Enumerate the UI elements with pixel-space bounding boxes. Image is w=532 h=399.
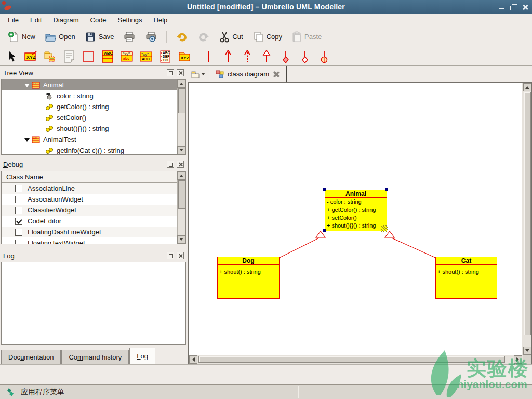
select-tool[interactable] <box>4 49 19 64</box>
close-tab-icon[interactable] <box>273 71 280 77</box>
interface-tool[interactable]: "xy" abc <box>119 49 134 64</box>
float-panel-icon[interactable] <box>167 252 174 259</box>
debug-item-floatingtextwidget[interactable]: FloatingTextWidget <box>2 237 178 244</box>
scroll-up-icon[interactable] <box>177 171 185 180</box>
new-button[interactable]: New <box>4 29 39 45</box>
class-tool[interactable]: ABC <box>100 49 115 64</box>
tree-item-getcolor[interactable]: getColor() : string <box>2 101 178 112</box>
checkbox[interactable] <box>15 207 22 214</box>
composition-tool[interactable] <box>298 49 312 64</box>
close-panel-icon[interactable] <box>177 161 184 168</box>
scrollbar-thumb[interactable] <box>198 356 505 363</box>
note-tool[interactable] <box>62 49 76 64</box>
expander-icon[interactable] <box>24 138 30 144</box>
scroll-down-icon[interactable] <box>177 235 185 244</box>
scroll-up-icon[interactable] <box>523 83 531 91</box>
title-bar[interactable]: Untitled [modified] – Umbrello UML Model… <box>0 0 532 14</box>
menu-settings[interactable]: Settings <box>112 15 148 25</box>
scroll-left-icon[interactable] <box>189 355 197 364</box>
scroll-down-icon[interactable] <box>177 146 185 154</box>
close-panel-icon[interactable] <box>177 252 184 259</box>
menu-file[interactable]: File <box>2 15 24 25</box>
checkbox[interactable] <box>15 229 22 236</box>
tree-item-setcolor[interactable]: setColor() <box>2 112 178 123</box>
checkbox[interactable] <box>15 196 22 203</box>
cut-button[interactable]: Cut <box>216 29 246 45</box>
package-tool[interactable] <box>43 49 57 64</box>
copy-button[interactable]: Copy <box>249 29 286 45</box>
tree-scrollbar[interactable] <box>177 79 185 154</box>
tree-item-getinfo[interactable]: getInfo(Cat c)() : string <box>2 145 178 155</box>
scrollbar-thumb[interactable] <box>178 88 185 113</box>
debug-item-floatingdashlinewidget[interactable]: FloatingDashLineWidget <box>2 227 178 237</box>
umbrello-window: Untitled [modified] – Umbrello UML Model… <box>0 0 532 399</box>
class-name-column-header[interactable]: Class Name <box>2 171 178 183</box>
checkbox[interactable] <box>15 240 22 245</box>
uml-class-cat[interactable]: Cat + shout() : string <box>435 257 497 299</box>
close-icon[interactable] <box>522 4 529 10</box>
canvas-horizontal-scrollbar[interactable] <box>189 355 522 364</box>
debug-item-associationline[interactable]: AssociationLine <box>2 183 178 194</box>
print-preview-button[interactable] <box>141 29 161 45</box>
close-panel-icon[interactable] <box>177 69 184 76</box>
menu-edit[interactable]: Edit <box>24 15 47 25</box>
containment-tool[interactable] <box>317 49 331 64</box>
scroll-right-icon[interactable] <box>514 355 522 364</box>
scroll-up-icon[interactable] <box>177 79 185 88</box>
debug-item-classifierwidget[interactable]: ClassifierWidget <box>2 205 178 216</box>
box-tool[interactable] <box>81 49 96 64</box>
generalization-tool[interactable] <box>259 49 274 64</box>
tab-class-diagram[interactable]: class diagram <box>209 66 287 82</box>
tab-list-button[interactable] <box>191 69 206 79</box>
debug-item-associationwidget[interactable]: AssociationWidget <box>2 194 178 205</box>
paste-button[interactable]: Paste <box>288 29 325 45</box>
debug-title: Debug <box>3 161 23 168</box>
menu-diagram[interactable]: Diagram <box>47 15 84 25</box>
resize-grip[interactable] <box>381 225 388 232</box>
save-button[interactable]: Save <box>81 29 118 45</box>
association-tool[interactable] <box>202 49 216 64</box>
tab-command-history[interactable]: Command history <box>61 350 129 364</box>
tab-documentation[interactable]: Documentation <box>1 350 61 364</box>
datatype-tool[interactable]: "xy" ABC <box>139 49 153 64</box>
tree-item-shout[interactable]: shout(){}() : string <box>2 123 178 134</box>
directed-association-tool[interactable] <box>221 49 235 64</box>
uml-class-animal[interactable]: Animal - color : string + getColor() : s… <box>325 190 387 231</box>
debug-scrollbar[interactable] <box>177 171 185 244</box>
enum-tool[interactable]: ABC DEF 123 <box>158 49 172 64</box>
tree-item-color[interactable]: color : string <box>2 90 178 101</box>
undo-button[interactable] <box>172 29 192 45</box>
float-panel-icon[interactable] <box>167 69 174 76</box>
launcher-icon[interactable] <box>6 388 16 397</box>
debug-item-codeeditor[interactable]: CodeEditor <box>2 216 178 227</box>
aggregation-tool[interactable] <box>278 49 293 64</box>
open-button[interactable]: Open <box>41 29 79 45</box>
uml-class-dog[interactable]: Dog + shout() : string <box>217 257 280 299</box>
log-panel[interactable] <box>1 262 186 345</box>
canvas-vertical-scrollbar[interactable] <box>523 83 531 355</box>
selection-handle[interactable] <box>323 229 326 232</box>
menu-code[interactable]: Code <box>85 15 112 25</box>
tab-log[interactable]: Log <box>129 348 155 364</box>
selection-handle[interactable] <box>385 188 388 191</box>
dependency-tool[interactable] <box>240 49 255 64</box>
diagram-canvas[interactable]: Animal - color : string + getColor() : s… <box>189 83 522 355</box>
tree-item-animal[interactable]: CT Animal <box>2 79 178 90</box>
checkbox[interactable] <box>15 218 22 225</box>
tree-item-animaltest[interactable]: ABC AnimalTest <box>2 134 178 145</box>
menu-help[interactable]: Help <box>148 15 174 25</box>
scrollbar-thumb[interactable] <box>524 92 531 335</box>
object-tool[interactable]: XYZ <box>23 49 38 64</box>
maximize-icon[interactable] <box>510 4 517 10</box>
redo-button[interactable] <box>194 29 214 45</box>
app-menu-label[interactable]: 应用程序菜单 <box>21 388 64 397</box>
folder-tool[interactable]: XYZ <box>177 49 192 64</box>
checkbox[interactable] <box>15 185 22 192</box>
expander-icon[interactable] <box>24 84 30 90</box>
minimize-icon[interactable] <box>498 4 505 10</box>
float-panel-icon[interactable] <box>167 161 174 168</box>
print-button[interactable] <box>119 29 139 45</box>
selection-handle[interactable] <box>323 188 326 191</box>
scroll-down-icon[interactable] <box>523 347 531 355</box>
scrollbar-thumb[interactable] <box>178 180 185 209</box>
